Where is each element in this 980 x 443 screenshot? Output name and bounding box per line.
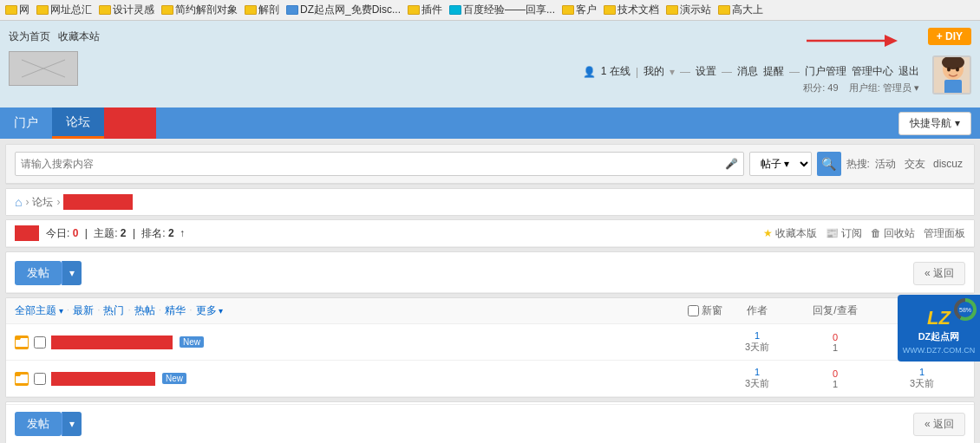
folder-icon: [5, 5, 17, 15]
search-type-select[interactable]: 帖子 ▾: [749, 152, 812, 176]
portal-mgr-link[interactable]: 门户管理: [805, 64, 846, 79]
bookmark-link[interactable]: 设计灵感: [113, 3, 154, 17]
filter-elite[interactable]: 精华: [165, 303, 186, 318]
side-widget[interactable]: 58% LZ DZ起点网 WWW.DZ7.COM.CN: [898, 295, 980, 362]
svg-point-8: [947, 68, 951, 72]
author-link[interactable]: 1: [755, 330, 760, 341]
hot-item-3[interactable]: discuz: [933, 158, 963, 170]
new-window-label: 新窗: [702, 303, 722, 318]
collect-label: 收藏本版: [775, 226, 817, 241]
author-time: 3天前: [722, 341, 792, 354]
breadcrumb-box: ⌂ › 论坛 ›: [5, 188, 975, 216]
filter-more[interactable]: 更多: [196, 303, 224, 318]
quick-nav-button[interactable]: 快捷导航 ▾: [898, 112, 971, 135]
online-count[interactable]: 1 在线: [601, 64, 630, 79]
avatar[interactable]: [932, 55, 971, 94]
home-link[interactable]: ⌂: [15, 195, 22, 209]
avatar-image: [934, 55, 970, 94]
admin-link[interactable]: 管理中心: [852, 64, 893, 79]
return-button[interactable]: « 返回: [913, 262, 965, 285]
thread-checkbox[interactable]: [34, 373, 46, 385]
bookmark-baidu[interactable]: 百度经验——回享...: [449, 3, 555, 17]
bookmark-link[interactable]: 网: [19, 3, 29, 17]
filter-hot[interactable]: 热门: [103, 303, 124, 318]
side-widget-title: DZ起点网: [901, 330, 977, 343]
bookmark-simple[interactable]: 简约解剖对象: [161, 3, 238, 17]
red-arrow-svg: [807, 28, 911, 54]
bookmark-link[interactable]: 客户: [576, 3, 597, 17]
bottom-return-button[interactable]: « 返回: [913, 413, 965, 436]
bookmark-link[interactable]: 演示站: [680, 3, 711, 17]
manage-link[interactable]: 管理面板: [924, 226, 965, 241]
site-logo: [9, 51, 78, 86]
bookmark-demo[interactable]: 演示站: [666, 3, 711, 17]
progress-value: 58%: [959, 307, 971, 313]
author-link[interactable]: 1: [755, 367, 760, 377]
bottom-post-button[interactable]: 发帖: [15, 412, 62, 436]
bookmark-client[interactable]: 客户: [562, 3, 597, 17]
mine-link[interactable]: 我的: [644, 64, 664, 79]
diy-button[interactable]: + DIY: [928, 28, 971, 45]
thread-checkbox[interactable]: [34, 336, 46, 349]
filter-all[interactable]: 全部主题: [15, 303, 63, 318]
user-info-bar: 👤 1 在线 | 我的 ▾ — 设置 — 消息 提醒 — 门户管理 管理中心 退…: [583, 64, 919, 94]
bookmark-techdoc[interactable]: 技术文档: [604, 3, 659, 17]
bookmark-link[interactable]: 百度经验——回享...: [463, 3, 555, 17]
bookmark-link[interactable]: DZ起点网_免费Disc...: [300, 3, 401, 17]
bookmark-link[interactable]: 技术文档: [617, 3, 659, 17]
nav-portal[interactable]: 门户: [0, 107, 52, 139]
logout-link[interactable]: 退出: [898, 64, 919, 79]
bookmark-link[interactable]: 插件: [421, 3, 442, 17]
mic-icon[interactable]: 🎤: [725, 158, 738, 170]
bookmark-link[interactable]: 简约解剖对象: [175, 3, 238, 17]
filter-latest[interactable]: 最新: [73, 303, 94, 318]
bookmark-link[interactable]: 解剖: [258, 3, 279, 17]
bookmark-grand[interactable]: 高大上: [718, 3, 763, 17]
lastpost-time: 3天前: [879, 377, 965, 390]
header-links: 设为首页 收藏本站: [9, 29, 105, 44]
nav-tab-custom[interactable]: [104, 107, 156, 139]
views-count: 1: [792, 379, 879, 389]
forum-link[interactable]: 论坛: [32, 195, 53, 210]
bookmark-link[interactable]: 网址总汇: [50, 3, 92, 17]
new-badge: New: [162, 373, 186, 384]
bookmark-dz[interactable]: DZ起点网_免费Disc...: [286, 3, 401, 17]
hot-item-1[interactable]: 活动: [875, 158, 896, 170]
thread-title-placeholder: [51, 372, 155, 386]
main-content: 🎤 帖子 ▾ 🔍 热搜: 活动 交友 discuz ⌂ › 论坛: [0, 139, 980, 443]
post-btn-dropdown[interactable]: ▾: [62, 261, 82, 285]
bookmark-plugin[interactable]: 插件: [408, 3, 442, 17]
bookmark-anatomy[interactable]: 解剖: [245, 3, 279, 17]
settings-link[interactable]: 设置: [696, 64, 716, 79]
folder-svg: [16, 337, 28, 348]
search-button[interactable]: 🔍: [817, 152, 841, 176]
search-bar: 🎤 帖子 ▾ 🔍 热搜: 活动 交友 discuz: [6, 145, 974, 184]
subscribe-link[interactable]: 📰 订阅: [826, 226, 862, 241]
top-action-box: 发帖 ▾ « 返回: [5, 251, 975, 294]
sep2: ▾: [670, 66, 675, 78]
new-window-checkbox[interactable]: [688, 305, 699, 316]
user-icon: 👤: [583, 66, 596, 78]
collect-forum-link[interactable]: ★ 收藏本版: [763, 226, 817, 241]
bookmark-link[interactable]: 高大上: [732, 3, 763, 17]
hot-item-2[interactable]: 交友: [905, 158, 925, 170]
bottom-post-btn-dropdown[interactable]: ▾: [62, 412, 82, 436]
lastpost-link[interactable]: 1: [919, 367, 924, 377]
post-button[interactable]: 发帖: [15, 261, 62, 285]
set-home-link[interactable]: 设为首页: [9, 30, 50, 42]
user-group-dropdown[interactable]: ▾: [914, 82, 919, 93]
nav-forum[interactable]: 论坛: [52, 107, 104, 139]
bookmark-design[interactable]: 设计灵感: [99, 3, 154, 17]
bottom-post-btn-group: 发帖 ▾: [15, 412, 82, 436]
collect-link[interactable]: 收藏本站: [58, 30, 100, 42]
svg-point-9: [956, 68, 959, 72]
views-count: 1: [792, 342, 879, 353]
bookmark-net[interactable]: 网: [5, 3, 29, 17]
header-top: 设为首页 收藏本站 + DIY: [0, 26, 980, 48]
recycle-link[interactable]: 🗑 回收站: [871, 226, 915, 241]
bookmark-url[interactable]: 网址总汇: [36, 3, 92, 17]
messages-link[interactable]: 消息: [737, 64, 758, 79]
alerts-link[interactable]: 提醒: [763, 64, 784, 79]
search-input[interactable]: [21, 158, 725, 170]
filter-hotpost[interactable]: 热帖: [134, 303, 155, 318]
